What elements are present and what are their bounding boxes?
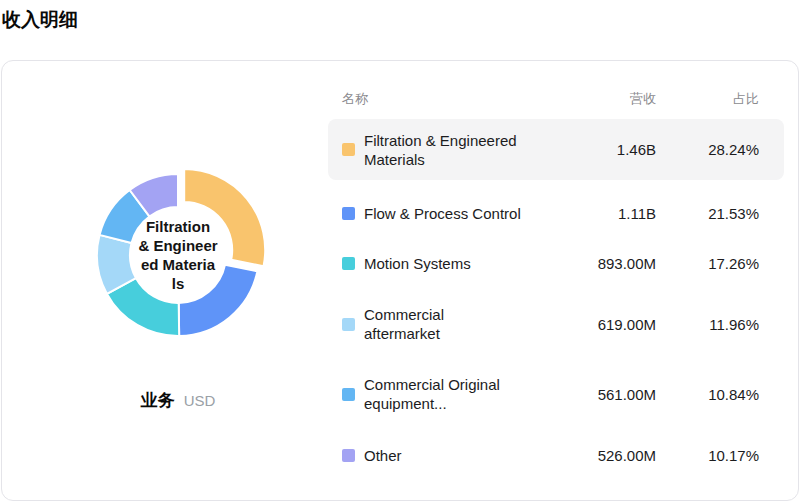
donut-segment[interactable] [179, 265, 258, 336]
row-share: 28.24% [656, 141, 759, 158]
row-share: 10.17% [656, 447, 759, 464]
row-share: 21.53% [656, 205, 759, 222]
donut-chart [83, 160, 273, 350]
row-name-cell: Commercial aftermarket [328, 305, 556, 343]
donut-segment[interactable] [184, 169, 265, 266]
table-row[interactable]: Motion Systems 893.00M 17.26% [328, 238, 784, 288]
segment-table-header: 名称 营收 占比 [328, 89, 784, 109]
series-color-swatch [342, 143, 355, 156]
page-title: 收入明细 [2, 7, 800, 33]
row-name-cell: Flow & Process Control [328, 204, 556, 223]
row-share: 10.84% [656, 386, 759, 403]
segment-table-body: Filtration & Engineered Materials 1.46B … [328, 119, 784, 480]
revenue-breakdown-card: Filtration & Engineer ed Materia ls 业务 U… [1, 60, 799, 501]
row-revenue: 1.46B [556, 141, 656, 158]
table-row[interactable]: Filtration & Engineered Materials 1.46B … [328, 119, 784, 180]
series-color-swatch [342, 388, 355, 401]
table-row[interactable]: Flow & Process Control 1.11B 21.53% [328, 188, 784, 238]
table-row[interactable]: Other 526.00M 10.17% [328, 430, 784, 480]
row-name: Motion Systems [364, 254, 471, 273]
row-name: Flow & Process Control [364, 204, 521, 223]
table-row[interactable]: Commercial aftermarket 619.00M 11.96% [328, 294, 784, 354]
header-revenue: 营收 [556, 90, 656, 108]
row-revenue: 893.00M [556, 255, 656, 272]
row-revenue: 526.00M [556, 447, 656, 464]
row-revenue: 561.00M [556, 386, 656, 403]
header-name: 名称 [328, 90, 556, 108]
row-name: Commercial Original equipment... [364, 375, 500, 413]
dimension-label: 业务 [141, 389, 175, 412]
row-revenue: 619.00M [556, 316, 656, 333]
header-share: 占比 [656, 90, 759, 108]
currency-unit-label: USD [184, 392, 216, 409]
row-name: Other [364, 446, 402, 465]
row-revenue: 1.11B [556, 205, 656, 222]
donut-footer: 业务 USD [48, 389, 308, 412]
row-name-cell: Filtration & Engineered Materials [328, 131, 556, 169]
donut-chart-svg [83, 160, 273, 350]
table-row[interactable]: Commercial Original equipment... 561.00M… [328, 364, 784, 424]
series-color-swatch [342, 257, 355, 270]
series-color-swatch [342, 207, 355, 220]
row-name-cell: Commercial Original equipment... [328, 375, 556, 413]
row-name-cell: Motion Systems [328, 254, 556, 273]
row-share: 11.96% [656, 316, 759, 333]
row-name-cell: Other [328, 446, 556, 465]
series-color-swatch [342, 449, 355, 462]
series-color-swatch [342, 318, 355, 331]
row-name: Commercial aftermarket [364, 305, 444, 343]
row-name: Filtration & Engineered Materials [364, 131, 517, 169]
segment-table: 名称 营收 占比 Filtration & Engineered Materia… [328, 89, 784, 480]
row-share: 17.26% [656, 255, 759, 272]
